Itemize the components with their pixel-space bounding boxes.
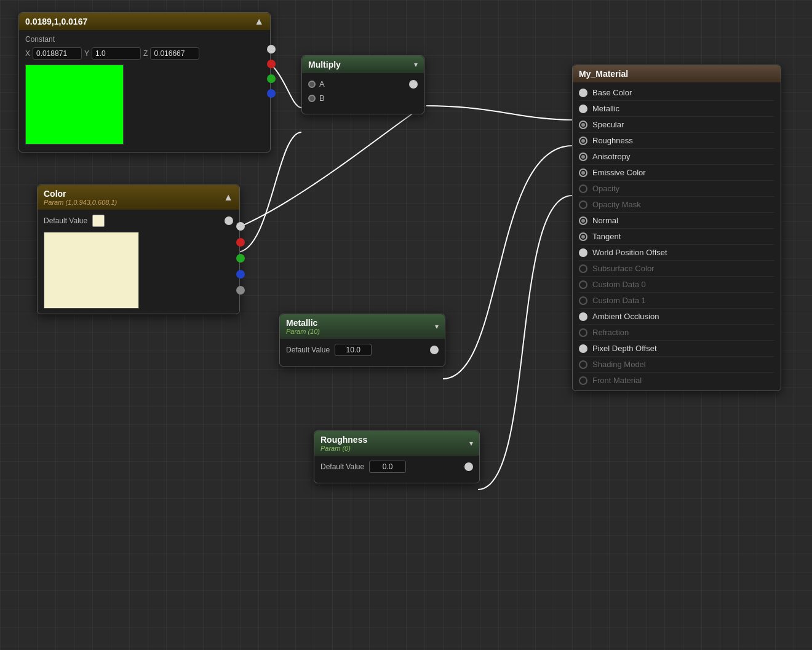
- metallic-out-pin[interactable]: [430, 346, 439, 354]
- roughness-node: Roughness Param (0) ▾ Default Value: [314, 430, 480, 483]
- material-body: Base Color Metallic Specular Roughness A…: [573, 82, 781, 390]
- color-connector-green[interactable]: [236, 254, 245, 263]
- mat-label-tangent: Tangent: [592, 232, 621, 241]
- color-node-title: Color: [44, 189, 117, 199]
- material-title: My_Material: [579, 69, 628, 79]
- color-collapse-button[interactable]: ▲: [223, 192, 233, 202]
- color-connector-blue[interactable]: [236, 270, 245, 279]
- color-connector-white[interactable]: [236, 222, 245, 231]
- connector-green[interactable]: [267, 74, 276, 83]
- mat-dot-emissive[interactable]: [579, 168, 587, 177]
- mat-pin-roughness: Roughness: [579, 133, 774, 149]
- color-connector-red[interactable]: [236, 238, 245, 247]
- mat-dot-specular[interactable]: [579, 121, 587, 129]
- x-label: X: [25, 49, 30, 58]
- metallic-value-field[interactable]: [335, 344, 372, 356]
- metallic-body: Default Value: [280, 339, 445, 366]
- material-header[interactable]: My_Material: [573, 65, 781, 82]
- mat-label-opacity-mask: Opacity Mask: [592, 200, 641, 209]
- mat-label-front: Front Material: [592, 376, 642, 385]
- mat-pin-subsurface: Subsurface Color: [579, 261, 774, 277]
- color-out-pin[interactable]: [225, 216, 233, 225]
- multiply-pin-a-dot[interactable]: [308, 81, 316, 88]
- constant-node: 0.0189,1,0.0167 ▲ Constant X Y Z: [18, 12, 271, 153]
- color-preview-cream: [44, 232, 139, 309]
- roughness-header[interactable]: Roughness Param (0) ▾: [314, 431, 479, 456]
- mat-label-custom0: Custom Data 0: [592, 280, 646, 289]
- constant-node-title: 0.0189,1,0.0167: [25, 17, 87, 26]
- constant-node-header[interactable]: 0.0189,1,0.0167 ▲: [19, 13, 270, 30]
- constant-label: Constant: [25, 35, 264, 44]
- color-swatch[interactable]: [92, 215, 105, 227]
- multiply-chevron-icon: ▾: [414, 60, 418, 69]
- mat-dot-metallic[interactable]: [579, 105, 587, 113]
- mat-pin-front: Front Material: [579, 373, 774, 388]
- roughness-subtitle: Param (0): [320, 445, 367, 452]
- color-connector-alpha[interactable]: [236, 286, 245, 295]
- roughness-default-row: Default Value: [320, 461, 473, 473]
- mat-pin-specular: Specular: [579, 117, 774, 133]
- mat-dot-opacity-mask[interactable]: [579, 200, 587, 209]
- mat-pin-anisotropy: Anisotropy: [579, 149, 774, 165]
- mat-dot-tangent[interactable]: [579, 232, 587, 241]
- mat-pin-custom0: Custom Data 0: [579, 277, 774, 293]
- y-field[interactable]: [92, 47, 141, 60]
- mat-dot-opacity[interactable]: [579, 184, 587, 193]
- color-default-label: Default Value: [44, 216, 87, 225]
- multiply-out-pin[interactable]: [409, 80, 418, 89]
- mat-label-emissive: Emissive Color: [592, 168, 646, 177]
- mat-pin-opacity: Opacity: [579, 181, 774, 197]
- mat-dot-roughness[interactable]: [579, 137, 587, 145]
- roughness-header-col: Roughness Param (0): [320, 435, 367, 452]
- mat-dot-normal[interactable]: [579, 216, 587, 225]
- mat-dot-ao[interactable]: [579, 312, 587, 321]
- roughness-out-pin[interactable]: [464, 462, 473, 471]
- roughness-title: Roughness: [320, 435, 367, 445]
- mat-dot-subsurface[interactable]: [579, 264, 587, 273]
- mat-dot-base-color[interactable]: [579, 89, 587, 97]
- mat-dot-world-pos[interactable]: [579, 248, 587, 257]
- roughness-value-field[interactable]: [369, 461, 406, 473]
- mat-dot-anisotropy[interactable]: [579, 153, 587, 161]
- color-node-subtitle: Param (1,0.943,0.608,1): [44, 199, 117, 206]
- mat-pin-base-color: Base Color: [579, 85, 774, 101]
- mat-dot-pixel-depth[interactable]: [579, 344, 587, 353]
- mat-pin-shading: Shading Model: [579, 357, 774, 373]
- multiply-pin-a-row: A: [308, 79, 418, 89]
- mat-label-world-pos: World Position Offset: [592, 248, 667, 257]
- roughness-chevron-icon: ▾: [469, 439, 473, 448]
- connector-red[interactable]: [267, 60, 276, 68]
- mat-label-base-color: Base Color: [592, 88, 632, 97]
- multiply-header[interactable]: Multiply ▾: [302, 56, 424, 73]
- multiply-pin-b-dot[interactable]: [308, 95, 316, 102]
- constant-node-body: Constant X Y Z: [19, 30, 270, 152]
- mat-label-normal: Normal: [592, 216, 618, 225]
- mat-label-shading: Shading Model: [592, 360, 646, 369]
- constant-collapse-button[interactable]: ▲: [254, 17, 264, 26]
- mat-pin-metallic: Metallic: [579, 101, 774, 117]
- xyz-row: X Y Z: [25, 47, 264, 60]
- mat-pin-ao: Ambient Occlusion: [579, 309, 774, 325]
- mat-dot-front[interactable]: [579, 376, 587, 385]
- metallic-title: Metallic: [286, 318, 320, 328]
- connector-white[interactable]: [267, 45, 276, 54]
- multiply-node: Multiply ▾ A B: [301, 55, 424, 114]
- color-node-header[interactable]: Color Param (1,0.943,0.608,1) ▲: [38, 185, 239, 210]
- multiply-body: A B: [302, 73, 424, 114]
- mat-dot-refraction[interactable]: [579, 328, 587, 337]
- mat-dot-custom0[interactable]: [579, 280, 587, 289]
- z-field[interactable]: [150, 47, 199, 60]
- mat-pin-emissive: Emissive Color: [579, 165, 774, 181]
- color-connectors: [236, 222, 245, 295]
- x-field[interactable]: [33, 47, 82, 60]
- metallic-default-label: Default Value: [286, 346, 330, 354]
- color-header-col: Color Param (1,0.943,0.608,1): [44, 189, 117, 206]
- mat-pin-world-pos: World Position Offset: [579, 245, 774, 261]
- mat-dot-custom1[interactable]: [579, 296, 587, 305]
- mat-label-specular: Specular: [592, 120, 624, 129]
- metallic-header-col: Metallic Param (10): [286, 318, 320, 335]
- connector-blue[interactable]: [267, 89, 276, 98]
- mat-dot-shading[interactable]: [579, 360, 587, 369]
- y-label: Y: [84, 49, 89, 58]
- metallic-header[interactable]: Metallic Param (10) ▾: [280, 314, 445, 339]
